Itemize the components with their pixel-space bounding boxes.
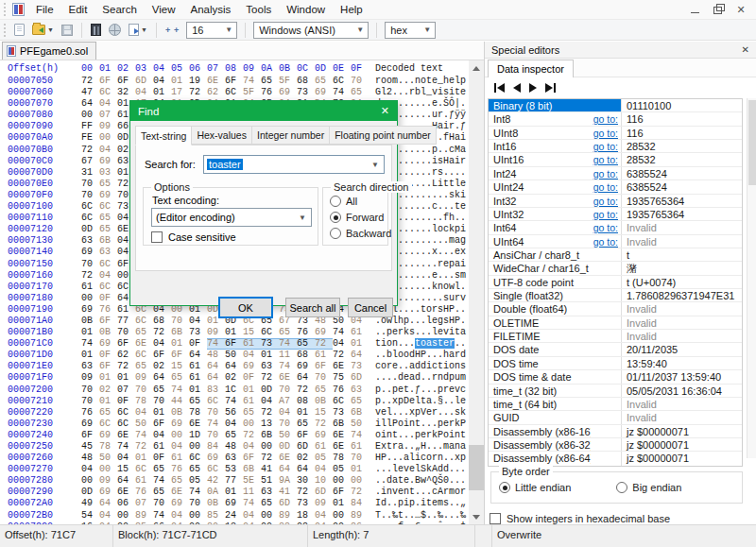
hex-byte[interactable]: 6D <box>135 76 153 87</box>
checkbox-icon[interactable] <box>490 513 501 524</box>
decoded-text[interactable]: ..perks...levita <box>375 327 466 338</box>
search-all-button[interactable]: Search all <box>285 298 340 317</box>
inspector-value[interactable]: 1935765364 <box>621 208 742 220</box>
hex-byte[interactable]: 19 <box>189 76 207 87</box>
find-dialog-titlebar[interactable]: Find ✕ <box>130 101 397 121</box>
hex-byte[interactable]: 70 <box>189 498 207 509</box>
hex-byte[interactable]: 07 <box>135 498 153 509</box>
hex-byte[interactable]: 01 <box>135 453 153 464</box>
hex-byte[interactable]: 32 <box>117 87 135 98</box>
binary-view-button[interactable] <box>88 22 104 39</box>
decoded-text[interactable]: Extra..„H...mana <box>375 441 466 453</box>
find-close-icon[interactable]: ✕ <box>381 105 389 117</box>
hex-byte[interactable]: 65 <box>153 385 171 396</box>
hex-byte[interactable]: 72 <box>81 270 99 282</box>
hex-byte[interactable]: 09 <box>99 121 117 132</box>
tab-data-inspector[interactable]: Data inspector <box>488 60 574 77</box>
hex-row[interactable]: 0000725045787472610400844804000D6D616E61… <box>0 441 469 453</box>
menu-item-help[interactable]: Help <box>333 2 370 18</box>
hex-byte[interactable]: 89 <box>135 510 153 521</box>
hex-byte[interactable]: 04 <box>171 441 189 453</box>
hex-byte[interactable]: 04 <box>153 76 171 87</box>
hex-byte[interactable]: 04 <box>99 145 117 156</box>
prev-byte-icon[interactable] <box>513 81 521 94</box>
hex-row[interactable]: 00007260485004010F616C69636F726E02057870… <box>0 453 469 464</box>
row-width-button[interactable]: + + <box>163 22 182 39</box>
hex-byte[interactable]: 72 <box>81 76 99 87</box>
hex-byte[interactable]: 04 <box>117 453 135 464</box>
hex-byte[interactable]: 64 <box>153 372 171 384</box>
decoded-text[interactable]: oint...perkPoint <box>375 430 466 441</box>
hex-byte[interactable]: 00 <box>99 132 117 144</box>
hex-byte[interactable]: 65 <box>261 498 279 509</box>
hex-byte[interactable]: 69 <box>171 419 189 430</box>
inspector-value[interactable]: jz $00000071 <box>621 425 742 437</box>
hex-row[interactable]: 000072B054040089740400852404008918040089… <box>0 510 469 521</box>
hex-byte[interactable]: 00 <box>189 441 207 453</box>
hex-byte[interactable]: 6F <box>315 361 333 372</box>
hex-byte[interactable]: 42 <box>207 475 225 487</box>
hex-byte[interactable]: 69 <box>81 247 99 258</box>
hex-byte[interactable]: 70 <box>207 430 225 441</box>
hex-row[interactable]: 000071B0010B7065726B730901156C6576697461… <box>0 327 469 338</box>
hex-byte[interactable]: 48 <box>207 350 225 361</box>
hex-byte[interactable]: 54 <box>81 510 99 521</box>
hex-byte[interactable]: 6E <box>117 487 135 498</box>
hex-byte[interactable]: 6B <box>243 464 261 475</box>
hex-byte[interactable]: 76 <box>81 407 99 419</box>
hex-byte[interactable]: 70 <box>153 396 171 407</box>
hex-byte[interactable]: 6F <box>225 76 243 87</box>
save-button[interactable] <box>59 22 76 39</box>
hex-byte[interactable]: 6C <box>81 201 99 213</box>
inspector-row[interactable]: Disassembly (x86-16)jz $00000071 <box>489 425 742 438</box>
inspector-row[interactable]: OLETIMEInvalid <box>489 316 742 330</box>
hex-byte[interactable]: 00 <box>117 510 135 521</box>
hex-byte[interactable]: 00 <box>189 510 207 521</box>
hex-byte[interactable]: 74 <box>243 76 261 87</box>
hex-byte[interactable]: 84 <box>207 441 225 453</box>
hex-byte[interactable]: 1C <box>225 385 243 396</box>
inspector-row[interactable]: Disassembly (x86-32)jz $00000071 <box>489 438 742 452</box>
hex-byte[interactable]: 6F <box>333 487 351 498</box>
hex-byte[interactable]: 6E <box>333 430 351 441</box>
hex-byte[interactable]: 61 <box>243 396 261 407</box>
cancel-button[interactable]: Cancel <box>348 298 393 317</box>
hex-byte[interactable]: 1D <box>189 430 207 441</box>
hex-row[interactable]: 00007060476C3204011772626C5F766973697465… <box>0 87 469 98</box>
hex-byte[interactable]: 65 <box>225 430 243 441</box>
decoded-text[interactable]: p..pet.ƒ...prevc <box>375 385 466 396</box>
export-button[interactable]: ▼ <box>126 22 150 39</box>
hex-byte[interactable]: 89 <box>279 510 297 521</box>
close-icon[interactable]: ✕ <box>735 4 747 15</box>
hex-byte[interactable]: 64 <box>207 361 225 372</box>
hex-byte[interactable]: 09 <box>99 475 117 487</box>
hex-byte[interactable]: 6C <box>135 464 153 475</box>
goto-link[interactable]: go to: <box>593 113 618 125</box>
hex-byte[interactable]: 0D <box>81 487 99 498</box>
decoded-text[interactable]: illPoint...perkP <box>375 419 466 430</box>
hex-byte[interactable]: 74 <box>171 385 189 396</box>
hex-byte[interactable]: 17 <box>171 87 189 98</box>
hex-byte[interactable]: 65 <box>243 407 261 419</box>
hex-byte[interactable]: 6C <box>333 76 351 87</box>
hex-byte[interactable]: 04 <box>333 338 351 350</box>
hex-byte[interactable]: A7 <box>279 396 297 407</box>
hex-byte[interactable]: 00 <box>243 419 261 430</box>
hex-byte[interactable]: 31 <box>81 167 99 179</box>
inspector-row[interactable]: GUIDInvalid <box>489 411 742 424</box>
hex-byte[interactable]: 69 <box>315 87 333 98</box>
hex-byte[interactable]: 64 <box>225 361 243 372</box>
hex-byte[interactable]: 69 <box>315 327 333 338</box>
hex-byte[interactable]: 72 <box>315 338 333 350</box>
hex-byte[interactable]: 30 <box>297 475 315 487</box>
inspector-row[interactable]: UInt24go to:6385524 <box>489 180 742 194</box>
hex-byte[interactable]: 09 <box>315 498 333 509</box>
inspector-scrollbar[interactable] <box>747 98 756 458</box>
hex-byte[interactable]: 65 <box>189 464 207 475</box>
menu-item-window[interactable]: Window <box>279 2 333 18</box>
hex-byte[interactable]: 74 <box>243 498 261 509</box>
inspector-row[interactable]: UInt64go to:Invalid <box>489 235 742 248</box>
hex-byte[interactable]: 65 <box>351 396 369 407</box>
hex-byte[interactable]: 48 <box>81 453 99 464</box>
hex-byte[interactable]: 6E <box>135 338 153 350</box>
